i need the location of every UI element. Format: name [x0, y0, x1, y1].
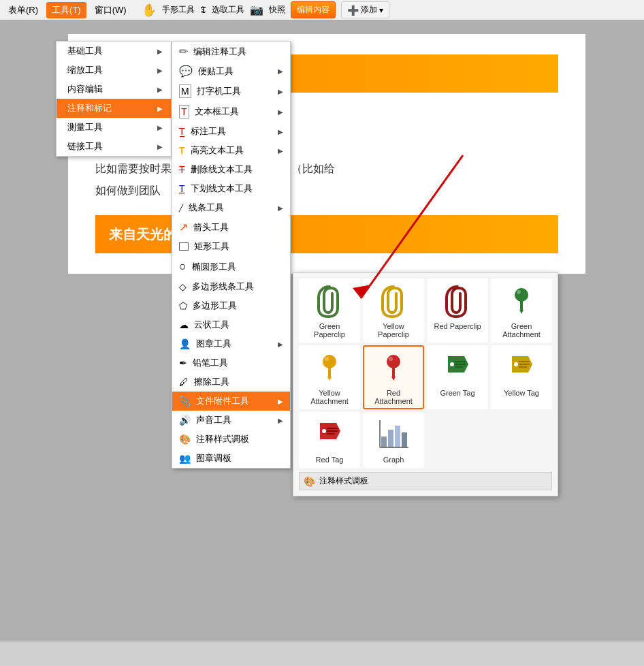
yellow-tag-item[interactable]: Yellow Tag [491, 345, 552, 409]
green-paperclip-label: Green Paperclip [303, 322, 356, 338]
svg-marker-2 [519, 310, 524, 314]
annot-footer: 🎨 注释样式调板 [299, 472, 552, 490]
edit-content-btn[interactable]: 编辑内容 [291, 1, 336, 18]
sticky-note-chevron-icon: ▶ [278, 67, 283, 75]
red-tag-label: Red Tag [316, 456, 344, 464]
annot-style-item[interactable]: 🎨 注释样式调板 [172, 430, 290, 449]
line-item[interactable]: ╱ 线条工具 ▶ [172, 198, 290, 217]
zoom-tools-item[interactable]: 缩放工具 ▶ [57, 61, 171, 80]
file-attachment-item[interactable]: 📎 文件附件工具 ▶ [172, 392, 290, 411]
highlight-item[interactable]: T 高亮文本工具 ▶ [172, 141, 290, 160]
sticky-note-item[interactable]: 💬 便贴工具 ▶ [172, 61, 290, 81]
annot-submenu[interactable]: ✏ 编辑注释工具 💬 便贴工具 ▶ M 打字机工具 ▶ T 文本框工具 ▶ [172, 41, 291, 469]
polygon-line-item[interactable]: ◇ 多边形线条工具 [172, 277, 290, 296]
red-paperclip-icon [442, 284, 472, 319]
red-tag-icon [315, 417, 344, 453]
stamp-palette-icon: 👥 [179, 453, 191, 464]
green-paperclip-icon [315, 284, 344, 319]
textbox-chevron-icon: ▶ [278, 108, 283, 116]
menu-table[interactable]: 表单(R) [3, 2, 44, 18]
stamp-chevron-icon: ▶ [278, 340, 283, 348]
add-btn[interactable]: ➕ 添加 ▾ [341, 1, 389, 18]
svg-point-16 [514, 362, 518, 366]
red-tag-item[interactable]: Red Tag [299, 412, 360, 468]
attachment-icon: 📎 [179, 396, 191, 407]
polygon-item[interactable]: ⬠ 多边形工具 [172, 296, 290, 315]
typewriter-item[interactable]: M 打字机工具 ▶ [172, 81, 290, 101]
green-attachment-label: Green Attachment [495, 322, 548, 338]
yellow-paperclip-icon [379, 284, 408, 319]
green-paperclip-item[interactable]: Green Paperclip [299, 279, 360, 343]
hand-tool-label: 手形工具 [162, 4, 195, 16]
ellipse-icon: ○ [179, 259, 187, 274]
rect-icon [179, 242, 189, 251]
zoom-tools-chevron-icon: ▶ [157, 67, 163, 74]
edit-annot-item[interactable]: ✏ 编辑注释工具 [172, 42, 290, 61]
menu-tools[interactable]: 工具(T) [46, 2, 86, 18]
cloud-item[interactable]: ☁ 云状工具 [172, 315, 290, 334]
attachment-chevron-icon: ▶ [278, 398, 283, 405]
red-attachment-icon [379, 351, 408, 386]
select-tool-label[interactable]: 选取工具 [212, 4, 244, 16]
svg-point-0 [515, 288, 528, 302]
main-content: 引 问：如何提高执行力？ 需要提前制定则吗？ 比如需要按时果不能做到需要有哪些惩… [0, 20, 644, 641]
red-attachment-item[interactable]: Red Attachment [363, 345, 424, 409]
highlight-icon: T [179, 145, 185, 156]
green-attachment-item[interactable]: Green Attachment [491, 279, 552, 343]
yellow-tag-icon [506, 351, 536, 386]
snapshot-icon[interactable]: 📷 [250, 3, 263, 16]
callout-item[interactable]: T̲ 标注工具 ▶ [172, 122, 290, 141]
strikethrough-item[interactable]: T 删除线文本工具 [172, 160, 290, 179]
cursor-icon: 𝕿 [200, 4, 206, 16]
measure-tools-item[interactable]: 测量工具 ▶ [57, 118, 171, 137]
annot-style-palette-icon: 🎨 [179, 434, 191, 445]
measure-tools-chevron-icon: ▶ [157, 124, 163, 131]
textbox-item[interactable]: T 文本框工具 ▶ [172, 101, 290, 122]
ellipse-item[interactable]: ○ 椭圆形工具 [172, 256, 290, 277]
attachment-panel[interactable]: Green Paperclip Yellow Paperclip Red Pap… [293, 272, 558, 496]
line-icon: ╱ [179, 204, 183, 212]
tools-dropdown[interactable]: 基础工具 ▶ 缩放工具 ▶ 内容编辑 ▶ 注释和标记 ▶ 测量工具 ▶ 链接工具… [56, 41, 172, 157]
arrow-icon: ↗ [179, 221, 188, 234]
yellow-attachment-icon [315, 351, 344, 386]
stamp-item[interactable]: 👤 图章工具 ▶ [172, 334, 290, 353]
callout-chevron-icon: ▶ [278, 128, 283, 136]
polygon-icon: ⬠ [179, 300, 187, 311]
red-paperclip-label: Red Paperclip [434, 322, 481, 330]
stamp-icon: 👤 [179, 338, 191, 349]
strikethrough-icon: T [179, 164, 185, 175]
doc-para2: 比如需要按时果不能做到需要有哪些惩罚（比如给 [95, 158, 558, 180]
add-chevron-icon: ▾ [379, 5, 383, 15]
underline-item[interactable]: T 下划线文本工具 [172, 179, 290, 198]
cloud-icon: ☁ [179, 319, 189, 330]
rect-item[interactable]: 矩形工具 [172, 237, 290, 256]
hand-tool-icon[interactable]: ✋ [142, 3, 157, 18]
green-tag-item[interactable]: Green Tag [427, 345, 488, 409]
menu-window[interactable]: 窗口(W) [89, 2, 132, 18]
attachment-row2: Yellow Attachment Red Attachment [299, 345, 552, 409]
stamp-palette-item[interactable]: 👥 图章调板 [172, 449, 290, 468]
yellow-paperclip-item[interactable]: Yellow Paperclip [363, 279, 424, 343]
svg-marker-10 [391, 377, 396, 381]
basic-tools-item[interactable]: 基础工具 ▶ [57, 42, 171, 61]
svg-rect-25 [388, 430, 393, 447]
arrow-item[interactable]: ↗ 箭头工具 [172, 217, 290, 237]
graph-item[interactable]: Graph [363, 412, 424, 468]
typewriter-icon: M [179, 84, 191, 98]
sound-item[interactable]: 🔊 声音工具 ▶ [172, 411, 290, 430]
eraser-item[interactable]: 🖊 擦除工具 [172, 372, 290, 392]
annot-mark-chevron-icon: ▶ [157, 105, 163, 112]
attachment-row3: Red Tag Graph [299, 412, 552, 468]
red-paperclip-item[interactable]: Red Paperclip [427, 279, 488, 343]
content-edit-chevron-icon: ▶ [157, 86, 163, 93]
pencil-item[interactable]: ✒ 铅笔工具 [172, 353, 290, 372]
callout-icon: T̲ [179, 126, 185, 137]
sticky-note-icon: 💬 [179, 65, 193, 78]
content-edit-item[interactable]: 内容编辑 ▶ [57, 80, 171, 99]
link-tools-item[interactable]: 链接工具 ▶ [57, 137, 171, 156]
annot-mark-item[interactable]: 注释和标记 ▶ [57, 99, 171, 118]
annot-style-footer-label: 注释样式调板 [319, 475, 368, 487]
yellow-attachment-item[interactable]: Yellow Attachment [299, 345, 360, 409]
add-icon: ➕ [347, 5, 359, 16]
link-tools-chevron-icon: ▶ [157, 143, 163, 150]
